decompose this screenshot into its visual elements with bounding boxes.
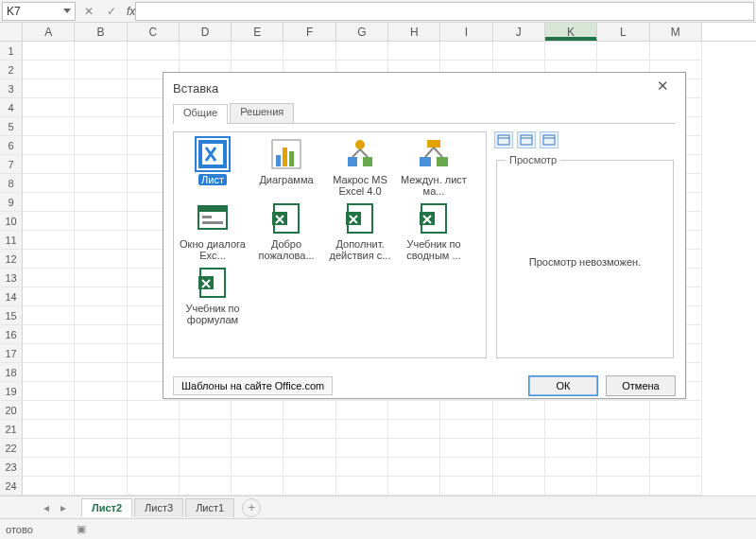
cell[interactable] xyxy=(440,439,492,458)
cell[interactable] xyxy=(23,325,75,344)
cell[interactable] xyxy=(493,477,545,496)
cell[interactable] xyxy=(388,439,440,458)
cell[interactable] xyxy=(440,42,492,61)
row-header[interactable]: 1 xyxy=(0,42,23,61)
dialog-titlebar[interactable]: Вставка ✕ xyxy=(163,73,685,103)
row-header[interactable]: 14 xyxy=(0,287,23,306)
template-item-sheet[interactable]: Лист xyxy=(180,138,246,197)
cell[interactable] xyxy=(388,477,440,496)
cell[interactable] xyxy=(23,401,75,420)
cell[interactable] xyxy=(440,401,492,420)
row-header[interactable]: 13 xyxy=(0,269,23,287)
cell[interactable] xyxy=(75,477,127,496)
cell[interactable] xyxy=(650,439,702,458)
cell[interactable] xyxy=(440,420,492,439)
insert-function-button[interactable]: fx xyxy=(123,5,135,18)
cell[interactable] xyxy=(75,231,127,250)
cell[interactable] xyxy=(23,79,75,98)
cell[interactable] xyxy=(493,439,545,458)
cell[interactable] xyxy=(75,420,127,439)
cell[interactable] xyxy=(23,269,75,287)
cell[interactable] xyxy=(75,363,127,382)
cell[interactable] xyxy=(388,401,440,420)
cell[interactable] xyxy=(388,458,440,477)
column-header[interactable]: G xyxy=(336,23,388,41)
sheet-tab[interactable]: Лист1 xyxy=(185,498,234,517)
cell[interactable] xyxy=(75,325,127,344)
cell[interactable] xyxy=(23,193,75,212)
cell[interactable] xyxy=(75,287,127,306)
ok-button[interactable]: ОК xyxy=(528,375,598,396)
row-header[interactable]: 22 xyxy=(0,439,23,458)
column-header[interactable]: L xyxy=(597,23,649,41)
cell[interactable] xyxy=(493,420,545,439)
cell[interactable] xyxy=(128,420,180,439)
cell[interactable] xyxy=(597,477,649,496)
row-header[interactable]: 7 xyxy=(0,155,23,174)
column-header[interactable]: K xyxy=(545,23,597,41)
cell[interactable] xyxy=(75,401,127,420)
cell[interactable] xyxy=(493,401,545,420)
cell[interactable] xyxy=(284,477,335,496)
cell[interactable] xyxy=(597,458,649,477)
cell[interactable] xyxy=(180,439,232,458)
row-header[interactable]: 10 xyxy=(0,212,23,231)
cell[interactable] xyxy=(23,382,75,401)
column-header[interactable]: I xyxy=(440,23,492,41)
dialog-tab[interactable]: Решения xyxy=(230,103,294,123)
row-header[interactable]: 16 xyxy=(0,325,23,344)
cell[interactable] xyxy=(23,231,75,250)
row-header[interactable]: 15 xyxy=(0,306,23,325)
template-item-macro40[interactable]: Макрос MS Excel 4.0 xyxy=(327,138,393,197)
cell[interactable] xyxy=(128,477,180,496)
cell[interactable] xyxy=(180,401,232,420)
cell[interactable] xyxy=(336,439,388,458)
cell[interactable] xyxy=(336,42,388,61)
cell[interactable] xyxy=(23,98,75,117)
cell[interactable] xyxy=(336,477,388,496)
cell[interactable] xyxy=(23,212,75,231)
cell[interactable] xyxy=(23,61,75,79)
cell[interactable] xyxy=(23,174,75,193)
column-header[interactable]: B xyxy=(75,23,127,41)
cell[interactable] xyxy=(180,458,232,477)
cell[interactable] xyxy=(545,477,597,496)
cell[interactable] xyxy=(128,401,180,420)
cell[interactable] xyxy=(597,42,649,61)
cell[interactable] xyxy=(336,458,388,477)
row-header[interactable]: 4 xyxy=(0,98,23,117)
cell[interactable] xyxy=(545,420,597,439)
formula-input[interactable] xyxy=(135,2,754,21)
column-header[interactable]: M xyxy=(650,23,702,41)
cell[interactable] xyxy=(23,136,75,155)
cell[interactable] xyxy=(23,250,75,269)
cell[interactable] xyxy=(180,477,232,496)
row-header[interactable]: 17 xyxy=(0,344,23,363)
close-button[interactable]: ✕ xyxy=(649,78,676,98)
column-header[interactable]: F xyxy=(284,23,335,41)
cell[interactable] xyxy=(23,117,75,136)
template-item-pivot-tutorial[interactable]: Учебник по сводным ... xyxy=(401,202,467,261)
cell[interactable] xyxy=(232,401,284,420)
template-item-dialog-window[interactable]: Окно диалога Exc... xyxy=(180,202,246,261)
cell[interactable] xyxy=(545,439,597,458)
accept-formula-button[interactable]: ✓ xyxy=(100,1,123,22)
cell[interactable] xyxy=(493,42,545,61)
cell[interactable] xyxy=(75,117,127,136)
cell[interactable] xyxy=(284,42,335,61)
row-header[interactable]: 6 xyxy=(0,136,23,155)
cell[interactable] xyxy=(650,458,702,477)
cell[interactable] xyxy=(232,42,284,61)
cell[interactable] xyxy=(180,42,232,61)
cell[interactable] xyxy=(650,420,702,439)
cell[interactable] xyxy=(545,458,597,477)
row-header[interactable]: 18 xyxy=(0,363,23,382)
cell[interactable] xyxy=(75,136,127,155)
cell[interactable] xyxy=(23,477,75,496)
row-header[interactable]: 19 xyxy=(0,382,23,401)
cell[interactable] xyxy=(75,250,127,269)
cell[interactable] xyxy=(75,439,127,458)
select-all-cell[interactable] xyxy=(0,23,23,41)
add-sheet-button[interactable]: + xyxy=(242,498,261,517)
name-box[interactable]: K7 xyxy=(2,2,76,21)
